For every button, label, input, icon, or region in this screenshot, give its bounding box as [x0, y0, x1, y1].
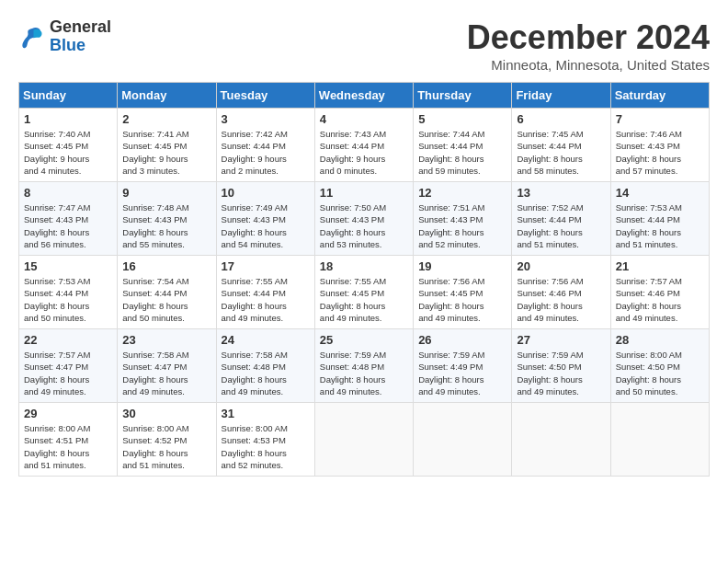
day-number: 2 — [122, 112, 210, 126]
cell-daylight-info: Sunrise: 7:50 AM Sunset: 4:43 PM Dayligh… — [320, 201, 408, 250]
weekday-header: Wednesday — [314, 83, 413, 109]
calendar-cell: 16Sunrise: 7:54 AM Sunset: 4:44 PM Dayli… — [118, 256, 216, 329]
day-number: 20 — [517, 259, 605, 273]
cell-daylight-info: Sunrise: 7:59 AM Sunset: 4:49 PM Dayligh… — [418, 349, 506, 397]
calendar-cell: 6Sunrise: 7:45 AM Sunset: 4:44 PM Daylig… — [512, 109, 610, 182]
weekday-header: Thursday — [414, 83, 512, 109]
day-number: 17 — [222, 259, 310, 273]
calendar-cell — [314, 403, 413, 477]
weekday-header: Friday — [512, 83, 610, 109]
calendar-cell: 13Sunrise: 7:52 AM Sunset: 4:44 PM Dayli… — [512, 182, 610, 256]
weekday-header: Tuesday — [216, 83, 314, 109]
cell-daylight-info: Sunrise: 7:56 AM Sunset: 4:46 PM Dayligh… — [517, 275, 605, 324]
calendar-cell: 21Sunrise: 7:57 AM Sunset: 4:46 PM Dayli… — [610, 256, 709, 329]
cell-daylight-info: Sunrise: 8:00 AM Sunset: 4:52 PM Dayligh… — [122, 422, 210, 471]
calendar-cell: 24Sunrise: 7:58 AM Sunset: 4:48 PM Dayli… — [216, 329, 314, 403]
cell-daylight-info: Sunrise: 8:00 AM Sunset: 4:51 PM Dayligh… — [24, 422, 112, 471]
cell-daylight-info: Sunrise: 7:58 AM Sunset: 4:48 PM Dayligh… — [222, 349, 310, 397]
cell-daylight-info: Sunrise: 7:59 AM Sunset: 4:48 PM Dayligh… — [320, 349, 408, 397]
day-number: 22 — [24, 333, 112, 347]
calendar-cell — [512, 403, 610, 477]
cell-daylight-info: Sunrise: 7:56 AM Sunset: 4:45 PM Dayligh… — [418, 275, 506, 324]
calendar-cell: 25Sunrise: 7:59 AM Sunset: 4:48 PM Dayli… — [314, 329, 413, 403]
day-number: 10 — [222, 186, 310, 200]
calendar-week-row: 1Sunrise: 7:40 AM Sunset: 4:45 PM Daylig… — [19, 109, 710, 182]
title-block: December 2024 Minneota, Minnesota, Unite… — [467, 18, 710, 73]
calendar-cell: 18Sunrise: 7:55 AM Sunset: 4:45 PM Dayli… — [314, 256, 413, 329]
calendar-cell — [414, 403, 512, 477]
calendar-body: 1Sunrise: 7:40 AM Sunset: 4:45 PM Daylig… — [19, 109, 710, 477]
calendar-cell: 2Sunrise: 7:41 AM Sunset: 4:45 PM Daylig… — [118, 109, 216, 182]
day-number: 12 — [418, 186, 506, 200]
cell-daylight-info: Sunrise: 7:58 AM Sunset: 4:47 PM Dayligh… — [122, 349, 210, 397]
calendar-cell: 23Sunrise: 7:58 AM Sunset: 4:47 PM Dayli… — [118, 329, 216, 403]
calendar-table: SundayMondayTuesdayWednesdayThursdayFrid… — [18, 82, 710, 477]
cell-daylight-info: Sunrise: 7:55 AM Sunset: 4:45 PM Dayligh… — [320, 275, 408, 324]
calendar-cell: 26Sunrise: 7:59 AM Sunset: 4:49 PM Dayli… — [414, 329, 512, 403]
day-number: 29 — [24, 407, 112, 420]
calendar-cell: 29Sunrise: 8:00 AM Sunset: 4:51 PM Dayli… — [19, 403, 118, 477]
calendar-cell: 11Sunrise: 7:50 AM Sunset: 4:43 PM Dayli… — [314, 182, 413, 256]
cell-daylight-info: Sunrise: 7:53 AM Sunset: 4:44 PM Dayligh… — [24, 275, 112, 324]
calendar-cell: 10Sunrise: 7:49 AM Sunset: 4:43 PM Dayli… — [216, 182, 314, 256]
calendar-cell: 12Sunrise: 7:51 AM Sunset: 4:43 PM Dayli… — [414, 182, 512, 256]
day-number: 13 — [517, 186, 605, 200]
logo: General Blue — [18, 18, 111, 55]
day-number: 1 — [24, 112, 112, 126]
day-number: 9 — [122, 186, 210, 200]
page-header: General Blue December 2024 Minneota, Min… — [18, 18, 710, 73]
day-number: 11 — [320, 186, 408, 200]
calendar-week-row: 22Sunrise: 7:57 AM Sunset: 4:47 PM Dayli… — [19, 329, 710, 403]
calendar-week-row: 8Sunrise: 7:47 AM Sunset: 4:43 PM Daylig… — [19, 182, 710, 256]
day-number: 3 — [222, 112, 310, 126]
cell-daylight-info: Sunrise: 8:00 AM Sunset: 4:53 PM Dayligh… — [222, 422, 310, 471]
calendar-cell: 20Sunrise: 7:56 AM Sunset: 4:46 PM Dayli… — [512, 256, 610, 329]
weekday-header: Sunday — [19, 83, 118, 109]
cell-daylight-info: Sunrise: 7:51 AM Sunset: 4:43 PM Dayligh… — [418, 201, 506, 250]
day-number: 4 — [320, 112, 408, 126]
calendar-week-row: 15Sunrise: 7:53 AM Sunset: 4:44 PM Dayli… — [19, 256, 710, 329]
calendar-cell: 7Sunrise: 7:46 AM Sunset: 4:43 PM Daylig… — [610, 109, 709, 182]
month-title: December 2024 — [467, 18, 710, 57]
day-number: 24 — [222, 333, 310, 347]
calendar-cell: 22Sunrise: 7:57 AM Sunset: 4:47 PM Dayli… — [19, 329, 118, 403]
day-number: 6 — [517, 112, 605, 126]
day-number: 5 — [418, 112, 506, 126]
day-number: 25 — [320, 333, 408, 347]
weekday-header: Monday — [118, 83, 216, 109]
day-number: 14 — [616, 186, 704, 200]
calendar-cell: 4Sunrise: 7:43 AM Sunset: 4:44 PM Daylig… — [314, 109, 413, 182]
logo-text: General Blue — [50, 18, 111, 55]
cell-daylight-info: Sunrise: 7:57 AM Sunset: 4:47 PM Dayligh… — [24, 349, 112, 397]
calendar-cell: 30Sunrise: 8:00 AM Sunset: 4:52 PM Dayli… — [118, 403, 216, 477]
cell-daylight-info: Sunrise: 7:41 AM Sunset: 4:45 PM Dayligh… — [122, 128, 210, 177]
calendar-cell: 17Sunrise: 7:55 AM Sunset: 4:44 PM Dayli… — [216, 256, 314, 329]
cell-daylight-info: Sunrise: 7:44 AM Sunset: 4:44 PM Dayligh… — [418, 128, 506, 177]
cell-daylight-info: Sunrise: 7:49 AM Sunset: 4:43 PM Dayligh… — [222, 201, 310, 250]
cell-daylight-info: Sunrise: 7:46 AM Sunset: 4:43 PM Dayligh… — [616, 128, 704, 177]
cell-daylight-info: Sunrise: 7:40 AM Sunset: 4:45 PM Dayligh… — [24, 128, 112, 177]
cell-daylight-info: Sunrise: 7:42 AM Sunset: 4:44 PM Dayligh… — [222, 128, 310, 177]
day-number: 27 — [517, 333, 605, 347]
day-number: 16 — [122, 259, 210, 273]
cell-daylight-info: Sunrise: 7:55 AM Sunset: 4:44 PM Dayligh… — [222, 275, 310, 324]
day-number: 18 — [320, 259, 408, 273]
day-number: 23 — [122, 333, 210, 347]
calendar-cell: 28Sunrise: 8:00 AM Sunset: 4:50 PM Dayli… — [610, 329, 709, 403]
calendar-header-row: SundayMondayTuesdayWednesdayThursdayFrid… — [19, 83, 710, 109]
calendar-cell — [610, 403, 709, 477]
calendar-cell: 31Sunrise: 8:00 AM Sunset: 4:53 PM Dayli… — [216, 403, 314, 477]
cell-daylight-info: Sunrise: 7:48 AM Sunset: 4:43 PM Dayligh… — [122, 201, 210, 250]
cell-daylight-info: Sunrise: 7:43 AM Sunset: 4:44 PM Dayligh… — [320, 128, 408, 177]
day-number: 8 — [24, 186, 112, 200]
day-number: 15 — [24, 259, 112, 273]
cell-daylight-info: Sunrise: 7:52 AM Sunset: 4:44 PM Dayligh… — [517, 201, 605, 250]
cell-daylight-info: Sunrise: 7:47 AM Sunset: 4:43 PM Dayligh… — [24, 201, 112, 250]
day-number: 31 — [222, 407, 310, 420]
day-number: 30 — [122, 407, 210, 420]
day-number: 7 — [616, 112, 704, 126]
cell-daylight-info: Sunrise: 7:54 AM Sunset: 4:44 PM Dayligh… — [122, 275, 210, 324]
day-number: 21 — [616, 259, 704, 273]
logo-icon — [18, 23, 46, 51]
day-number: 26 — [418, 333, 506, 347]
